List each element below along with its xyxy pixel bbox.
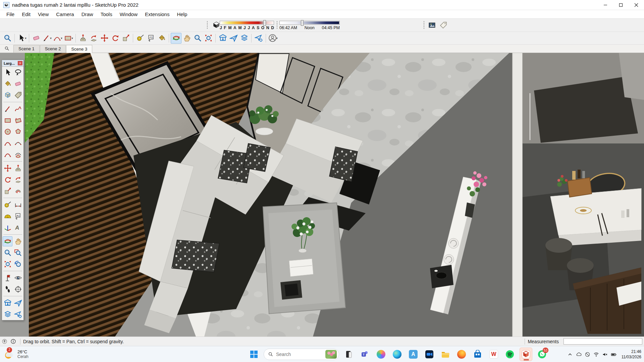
- measurements-input[interactable]: [564, 338, 642, 345]
- scale-tool[interactable]: [120, 33, 131, 44]
- shadow-time-slider[interactable]: [279, 21, 340, 25]
- 3d-text-tool[interactable]: [13, 223, 23, 233]
- arc-tool[interactable]: [3, 149, 12, 160]
- info-icon[interactable]: [9, 339, 17, 344]
- app-a[interactable]: A: [407, 348, 420, 361]
- target-tool[interactable]: [13, 284, 23, 294]
- protractor-tool[interactable]: [3, 211, 12, 221]
- axes-tool[interactable]: [3, 223, 12, 233]
- dropdown-caret-icon[interactable]: ▾: [61, 37, 62, 40]
- select-tool[interactable]: ▾: [16, 33, 27, 44]
- lasso-select-tool[interactable]: [13, 67, 23, 77]
- follow-me-tool[interactable]: [88, 33, 99, 44]
- text-tool[interactable]: [146, 33, 156, 44]
- app-edge[interactable]: [391, 348, 404, 361]
- eraser-tool[interactable]: [13, 79, 23, 89]
- rotated-rectangle-tool[interactable]: [13, 115, 23, 125]
- palette-close-icon[interactable]: x: [18, 61, 22, 65]
- app-whatsapp[interactable]: 53: [536, 348, 548, 361]
- do-not-disturb-icon[interactable]: [585, 352, 590, 357]
- line-tool[interactable]: ▾: [42, 33, 52, 44]
- menu-file[interactable]: File: [3, 11, 18, 18]
- move-tool[interactable]: [3, 163, 12, 173]
- look-around-tool[interactable]: [13, 273, 23, 283]
- app-firefox[interactable]: [455, 348, 468, 361]
- palette-title-bar[interactable]: Larg... x: [2, 60, 23, 67]
- pan-tool[interactable]: [13, 236, 23, 246]
- start-button[interactable]: [248, 348, 260, 361]
- account-button[interactable]: ▾: [268, 33, 278, 44]
- orbit-tool[interactable]: [3, 236, 12, 246]
- tray-chevron-up-icon[interactable]: [567, 352, 573, 357]
- dropdown-caret-icon[interactable]: ▾: [276, 37, 278, 40]
- toolbar-grip[interactable]: [276, 21, 278, 29]
- extension-warehouse-button[interactable]: [13, 309, 23, 319]
- search-highlight-image[interactable]: [325, 350, 337, 359]
- scale-tool[interactable]: [3, 186, 12, 196]
- weather-widget[interactable]: 2 26°C Cerah: [0, 349, 29, 360]
- zoom-tool[interactable]: [192, 33, 203, 44]
- wifi-icon[interactable]: [593, 352, 599, 357]
- select-tool[interactable]: [3, 67, 12, 77]
- app-spotify[interactable]: [503, 348, 516, 361]
- date-slider-handle[interactable]: [263, 20, 266, 26]
- shape-tools[interactable]: ▾: [63, 33, 74, 44]
- toolbar-grip[interactable]: [423, 21, 425, 29]
- scene-tab-scene-1[interactable]: Scene 1: [13, 45, 40, 53]
- app-copilot[interactable]: [375, 348, 387, 361]
- search-input[interactable]: [276, 352, 316, 357]
- arc-tools[interactable]: ▾: [52, 33, 63, 44]
- scene-tab-scene-2[interactable]: Scene 2: [40, 45, 66, 53]
- follow-me-tool[interactable]: [13, 175, 23, 185]
- menu-window[interactable]: Window: [116, 11, 141, 18]
- rotate-tool[interactable]: [3, 175, 12, 185]
- send-to-layout-button[interactable]: [239, 33, 250, 44]
- onedrive-cloud-icon[interactable]: [576, 352, 582, 357]
- 3d-warehouse-button[interactable]: [3, 298, 12, 308]
- tape-measure-tool[interactable]: [3, 200, 12, 210]
- push-pull-tool[interactable]: [77, 33, 88, 44]
- app-ms-store[interactable]: [471, 348, 484, 361]
- menu-tools[interactable]: Tools: [97, 11, 116, 18]
- rotate-tool[interactable]: [110, 33, 120, 44]
- menu-camera[interactable]: Camera: [52, 11, 77, 18]
- viewport[interactable]: Larg... x: [0, 53, 644, 337]
- previous-view-tool[interactable]: [13, 259, 23, 269]
- pie-tool[interactable]: [13, 149, 23, 160]
- scene-tab-scene-3[interactable]: Scene 3: [66, 45, 92, 53]
- search-sketchup-button[interactable]: [2, 33, 13, 44]
- dropdown-caret-icon[interactable]: ▾: [25, 37, 26, 40]
- 3d-warehouse-button[interactable]: [217, 33, 228, 44]
- orbit-tool[interactable]: [171, 33, 181, 44]
- dimension-tool[interactable]: [13, 200, 23, 210]
- line-tool[interactable]: [3, 104, 12, 114]
- dropdown-caret-icon[interactable]: ▾: [50, 37, 52, 40]
- zoom-window-tool[interactable]: [13, 248, 23, 258]
- paint-bucket-tool[interactable]: [156, 33, 167, 44]
- geolocation-status-icon[interactable]: [0, 339, 9, 344]
- offset-tool[interactable]: [13, 186, 23, 196]
- pan-tool[interactable]: [181, 33, 192, 44]
- share-model-button[interactable]: [228, 33, 239, 44]
- menu-edit[interactable]: Edit: [18, 11, 34, 18]
- app-file-explorer[interactable]: [439, 348, 452, 361]
- text-tool[interactable]: [13, 211, 23, 221]
- menu-view[interactable]: View: [34, 11, 52, 18]
- eraser-tool[interactable]: [31, 33, 42, 44]
- share-model-button[interactable]: [13, 298, 23, 308]
- zoom-tool[interactable]: [3, 248, 12, 258]
- close-button[interactable]: [629, 0, 644, 10]
- circle-tool[interactable]: [3, 127, 12, 137]
- volume-muted-icon[interactable]: [602, 352, 608, 357]
- three-point-arc-tool[interactable]: [13, 138, 23, 148]
- zoom-extents-tool[interactable]: [3, 259, 12, 269]
- menu-help[interactable]: Help: [173, 11, 191, 18]
- polygon-tool[interactable]: [13, 127, 23, 137]
- extension-warehouse-button[interactable]: [253, 33, 264, 44]
- app-w[interactable]: W: [487, 348, 500, 361]
- dropdown-caret-icon[interactable]: ▾: [71, 37, 73, 40]
- tag-tool[interactable]: [13, 90, 23, 100]
- clock-widget[interactable]: 21:46 11/03/2026: [622, 349, 641, 360]
- zoom-extents-tool[interactable]: [203, 33, 214, 44]
- rectangle-tool[interactable]: [3, 115, 12, 125]
